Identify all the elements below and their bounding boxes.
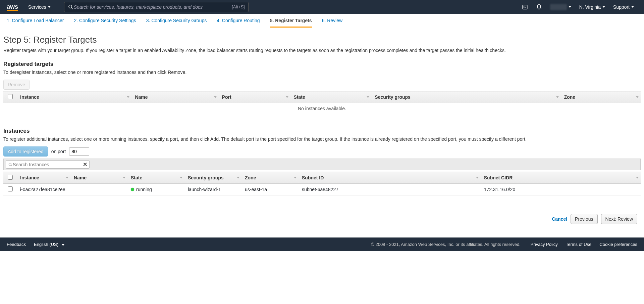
col-security-groups[interactable]: Security groups [184,172,241,184]
registered-table: Instance Name Port State Security groups… [3,91,641,114]
registered-targets-title: Registered targets [3,61,641,68]
wizard-step-1[interactable]: 1. Configure Load Balancer [7,18,64,28]
sort-icon [636,177,639,179]
wizard-step-3[interactable]: 3. Configure Security Groups [146,18,207,28]
caret-down-icon [602,6,605,8]
cell-zone: us-east-1a [241,184,299,196]
search-instances[interactable]: ✕ [6,160,90,169]
account-name-redacted [550,4,567,10]
clear-search-icon[interactable]: ✕ [83,161,87,168]
sort-icon [636,96,639,98]
port-input[interactable] [69,147,89,156]
col-zone[interactable]: Zone [561,91,641,103]
col-instance[interactable]: Instance [17,91,131,103]
page-title: Step 5: Register Targets [3,35,641,45]
registered-empty-row: No instances available. [3,103,641,114]
cloudshell-icon[interactable] [519,4,531,10]
sort-icon [556,96,559,98]
wizard-step-6[interactable]: 6. Review [322,18,342,28]
on-port-label: on port [51,149,66,154]
cell-subnet-cidr: 172.31.16.0/20 [481,184,641,196]
wizard-step-2[interactable]: 2. Configure Security Settings [74,18,136,28]
col-subnet-id[interactable]: Subnet ID [299,172,481,184]
search-instances-input[interactable] [13,162,83,167]
col-zone[interactable]: Zone [241,172,299,184]
global-search[interactable]: [Alt+S] [64,2,249,12]
instances-desc: To register additional instances, select… [3,136,641,142]
sort-icon [123,177,125,179]
caret-down-icon [48,6,51,8]
language-selector[interactable]: English (US) [34,242,64,247]
notifications-icon[interactable] [533,4,545,10]
instances-search-bar: ✕ [3,159,641,170]
wizard-step-4[interactable]: 4. Configure Routing [217,18,260,28]
svg-point-5 [9,163,11,165]
sort-icon [127,96,129,98]
add-to-registered-button[interactable]: Add to registered [3,146,48,157]
select-all-instances[interactable] [3,172,17,184]
footer-actions: Cancel Previous Next: Review [3,214,641,231]
cell-subnet-id: subnet-6a848227 [299,184,481,196]
remove-button[interactable]: Remove [3,80,30,90]
page-description: Register targets with your target group.… [3,47,641,54]
row-checkbox[interactable] [8,186,13,191]
caret-down-icon [569,6,571,8]
sort-icon [367,96,369,98]
aws-logo[interactable]: aws [7,3,18,11]
top-nav: aws Services [Alt+S] N. Virginia Support [0,0,644,14]
caret-down-icon [62,244,64,246]
search-shortcut: [Alt+S] [232,4,245,9]
cell-name [70,184,127,196]
empty-message: No instances available. [3,103,641,114]
svg-line-1 [71,8,73,9]
cell-instance: i-0ac2a27fea81ce2e8 [17,184,70,196]
state-dot-icon [131,188,134,191]
terms-link[interactable]: Terms of Use [566,242,592,247]
table-row[interactable]: i-0ac2a27fea81ce2e8 running launch-wizar… [3,184,641,196]
privacy-link[interactable]: Privacy Policy [531,242,558,247]
sort-icon [476,177,479,179]
cell-state: running [127,184,184,196]
col-security-groups[interactable]: Security groups [371,91,560,103]
account-menu[interactable] [547,4,575,10]
col-name[interactable]: Name [70,172,127,184]
sort-icon [286,96,288,98]
sort-icon [237,177,239,179]
search-input[interactable] [74,4,232,10]
services-menu[interactable]: Services [25,4,54,10]
select-all-registered[interactable] [3,91,17,103]
support-label: Support [613,4,630,10]
add-row: Add to registered on port [3,146,641,157]
instances-title: Instances [3,128,641,134]
instances-table: Instance Name State Security groups Zone… [3,172,641,196]
divider [3,209,641,209]
sort-icon [66,177,68,179]
svg-rect-2 [523,5,527,9]
support-menu[interactable]: Support [610,4,637,10]
bottom-bar: Feedback English (US) © 2008 - 2021, Ama… [0,237,644,251]
region-menu[interactable]: N. Virginia [576,4,608,10]
feedback-link[interactable]: Feedback [7,242,26,247]
registered-targets-desc: To deregister instances, select one or m… [3,70,641,75]
col-state[interactable]: State [290,91,372,103]
previous-button[interactable]: Previous [571,214,597,224]
search-icon [68,4,74,10]
cookies-link[interactable]: Cookie preferences [599,242,637,247]
search-icon [8,162,13,167]
col-name[interactable]: Name [131,91,218,103]
svg-line-6 [11,165,12,166]
col-state[interactable]: State [127,172,184,184]
sort-icon [180,177,182,179]
cancel-button[interactable]: Cancel [552,214,567,224]
next-button[interactable]: Next: Review [601,214,637,224]
svg-point-0 [69,5,72,8]
services-label: Services [28,4,46,10]
col-subnet-cidr[interactable]: Subnet CIDR [481,172,641,184]
col-port[interactable]: Port [219,91,290,103]
wizard-step-5[interactable]: 5. Register Targets [270,18,312,28]
select-all-checkbox[interactable] [8,94,13,99]
region-label: N. Virginia [579,4,601,10]
select-all-checkbox[interactable] [8,175,13,180]
col-instance[interactable]: Instance [17,172,70,184]
cell-security-groups: launch-wizard-1 [184,184,241,196]
